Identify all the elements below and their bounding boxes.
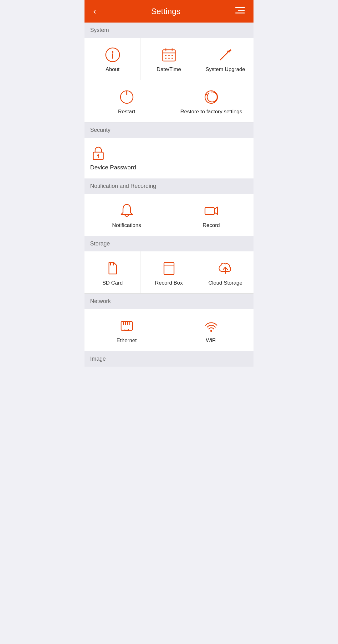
section-network-header: Network [84,294,253,309]
svg-rect-28 [164,263,174,275]
network-row: Ethernet WiFi [84,309,253,351]
svg-rect-24 [205,208,214,214]
upgrade-item[interactable]: System Upgrade [197,38,253,80]
sd-card-item[interactable]: SD Card [84,251,141,293]
svg-rect-0 [235,7,245,8]
menu-button[interactable] [233,4,247,19]
section-image-header: Image [84,351,253,367]
section-notif-rec-header: Notification and Recording [84,178,253,194]
notifications-item[interactable]: Notifications [84,194,169,236]
about-label: About [105,66,119,73]
header: ‹ Settings [84,0,253,23]
factory-item[interactable]: Restore to factory settings [169,80,253,122]
ethernet-item[interactable]: Ethernet [84,309,169,351]
page-title: Settings [151,7,181,16]
datetime-label: Date/Time [157,66,181,73]
section-security-header: Security [84,122,253,138]
svg-point-11 [168,55,170,56]
svg-rect-2 [235,13,245,13]
notifications-label: Notifications [112,222,141,229]
back-button[interactable]: ‹ [91,4,99,19]
system-row-1: About Date/Time System Upgrade [84,38,253,80]
system-row-2: Restart Restore to factory settings [84,80,253,122]
record-label: Record [203,222,220,229]
storage-row: SD Card Record Box Cloud Storage [84,251,253,294]
sd-card-label: SD Card [102,280,123,286]
section-storage-header: Storage [84,236,253,251]
restart-item[interactable]: Restart [84,80,169,122]
device-password-item[interactable]: Device Password [84,138,253,178]
record-box-label: Record Box [155,280,183,286]
record-item[interactable]: Record [169,194,253,236]
record-box-item[interactable]: Record Box [141,251,197,293]
notif-rec-row: Notifications Record [84,194,253,236]
restart-label: Restart [118,108,135,115]
about-item[interactable]: About [84,38,141,80]
ethernet-label: Ethernet [116,337,136,344]
svg-point-4 [112,51,113,53]
svg-point-12 [172,55,173,56]
factory-label: Restore to factory settings [180,108,242,115]
svg-line-17 [222,50,230,59]
svg-rect-1 [238,10,245,11]
datetime-item[interactable]: Date/Time [141,38,197,80]
svg-point-14 [168,58,170,59]
cloud-storage-label: Cloud Storage [208,280,243,286]
upgrade-label: System Upgrade [206,66,245,73]
wifi-item[interactable]: WiFi [169,309,253,351]
section-system-header: System [84,23,253,38]
svg-point-37 [210,330,212,332]
svg-point-10 [165,55,166,56]
wifi-label: WiFi [206,337,217,344]
cloud-storage-item[interactable]: Cloud Storage [197,251,253,293]
svg-point-13 [165,58,166,59]
svg-point-15 [172,58,173,59]
device-password-label: Device Password [90,164,136,171]
